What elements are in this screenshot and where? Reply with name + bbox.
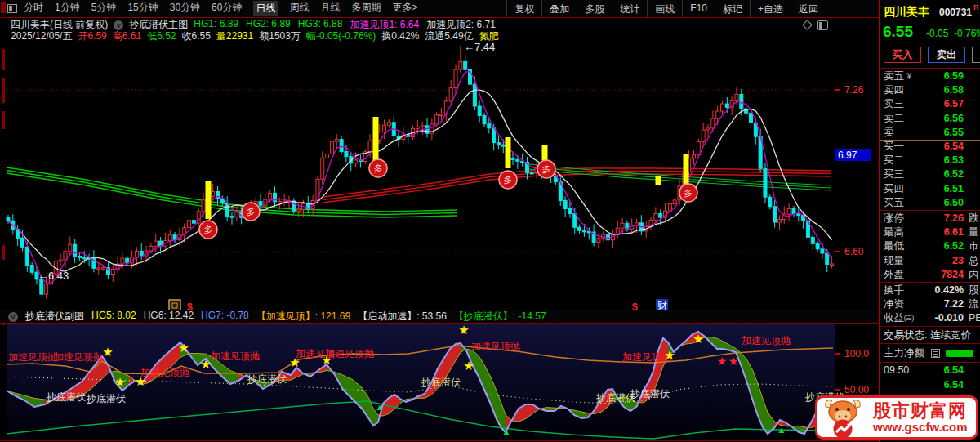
window-icon[interactable] <box>7 4 17 13</box>
svg-text:抄底潜伏: 抄底潜伏 <box>46 391 86 403</box>
toolbar-button-F10[interactable]: F10 <box>682 0 715 17</box>
star-marker: ★ <box>664 348 675 362</box>
level-row-卖三[interactable]: 卖三6.57 <box>880 97 980 111</box>
level-row-卖五[interactable]: 卖五 ¥6.59 <box>880 69 980 83</box>
period-toolbar: 分时1分钟5分钟15分钟30分钟60分钟日线周线月线多周期更多> 复权叠加多股统… <box>0 0 878 18</box>
triangle-marker: ▲ <box>376 402 385 412</box>
panel-separator <box>880 210 980 211</box>
svg-text:加速见顶抛: 加速见顶抛 <box>622 351 671 363</box>
star-marker: ★ <box>321 353 332 367</box>
stat-row-最高[interactable]: 最高6.61量 <box>880 225 980 239</box>
star-marker: ★ <box>135 374 145 388</box>
left-strip-mark[interactable] <box>2 78 5 103</box>
plot-right-border <box>835 18 835 441</box>
svg-text:6.60: 6.60 <box>844 246 864 257</box>
level-row-卖四[interactable]: 卖四6.58 <box>880 83 980 97</box>
ohlc-item: 2025/12/05/五 <box>11 29 72 43</box>
svg-text:加速见顶抛: 加速见顶抛 <box>742 335 791 346</box>
sub-indicator-value: 【加速见顶】: 121.69 <box>256 310 350 324</box>
toolbar-button-复权[interactable]: 复权 <box>506 0 541 17</box>
period-tab-日线[interactable]: 日线 <box>253 1 278 16</box>
ohlc-item: 换0.42% <box>381 29 419 43</box>
svg-text:100.0: 100.0 <box>844 348 869 359</box>
svg-text:多: 多 <box>247 207 256 217</box>
period-tabs: 分时1分钟5分钟15分钟30分钟60分钟日线周线月线多周期更多> <box>24 1 417 16</box>
toolbar-button-画线[interactable]: 画线 <box>647 0 682 17</box>
level-row-买四[interactable]: 买四6.51 <box>880 182 980 196</box>
toolbar-button-标记[interactable]: 标记 <box>715 0 750 17</box>
stat-row-最低[interactable]: 最低6.52市 <box>880 239 980 253</box>
sell-button[interactable]: 卖出 <box>928 47 965 63</box>
date-ohlc-line: 2025/12/05/五开6.59高6.61低6.52收6.55量22931额1… <box>11 31 499 42</box>
left-strip-mark[interactable] <box>1 2 6 13</box>
stat-row-收益㈢[interactable]: 收益㈢-0.010PE <box>880 311 980 325</box>
star-marker: ★ <box>200 357 211 371</box>
price-change-pct: -0.76% <box>954 28 980 39</box>
svg-text:加速见顶抛: 加速见顶抛 <box>325 348 374 359</box>
stat-row-涨停[interactable]: 涨停7.26跌 <box>880 212 980 225</box>
left-strip-mark[interactable] <box>2 245 5 260</box>
left-strip-mark[interactable] <box>2 111 5 129</box>
list-icon[interactable] <box>931 349 940 358</box>
trading-terminal: 分时1分钟5分钟15分钟30分钟60分钟日线周线月线多周期更多> 复权叠加多股统… <box>0 0 980 442</box>
level-row-买二[interactable]: 买二6.53 <box>880 154 980 167</box>
stock-code: 000731 <box>939 7 972 18</box>
panel-separator <box>880 362 980 363</box>
level-row-买五[interactable]: 买五6.50 <box>880 196 980 210</box>
toolbar-button-返回[interactable]: 返回 <box>791 0 826 17</box>
ohlc-item: 流通5.49亿 <box>425 29 473 43</box>
main-flow-label: 主力净额 <box>884 346 924 360</box>
stat-row-现量[interactable]: 现量23总 <box>880 254 980 268</box>
ohlc-item: 开6.59 <box>78 29 106 43</box>
svg-text:加速见顶抛: 加速见顶抛 <box>471 341 520 352</box>
ohlc-item: 高6.61 <box>113 29 141 43</box>
toolbar-button-多股[interactable]: 多股 <box>577 0 612 17</box>
period-tab-更多>[interactable]: 更多> <box>392 1 417 16</box>
diamond-icon[interactable] <box>802 20 813 30</box>
collapse-icon[interactable]: v <box>114 20 123 30</box>
period-tab-30分钟[interactable]: 30分钟 <box>170 1 200 16</box>
more-button-partial[interactable] <box>972 47 980 63</box>
level-row-卖二[interactable]: 卖二6.56 <box>880 112 980 126</box>
collapse-icon[interactable]: v <box>8 312 18 322</box>
watermark-url: www.gscfw.com <box>873 421 968 434</box>
stat-row-外盘[interactable]: 外盘7824内 <box>880 268 980 282</box>
star-marker: ★ <box>114 375 125 389</box>
period-tab-60分钟[interactable]: 60分钟 <box>212 1 242 16</box>
svg-text:加速见顶抛: 加速见顶抛 <box>140 367 189 378</box>
level-row-买一[interactable]: 买一6.54 <box>880 140 980 154</box>
sub-chart-header: v 抄底潜伏副图 HG5: 8.02HG6: 12.42HG7: -0.78【加… <box>0 310 878 324</box>
period-tab-分时[interactable]: 分时 <box>24 1 43 16</box>
moving-averages <box>8 71 832 283</box>
toolbar-button-叠加[interactable]: 叠加 <box>541 0 577 17</box>
stat-row-净资[interactable]: 净资7.22流 <box>880 297 980 311</box>
level-row-买三[interactable]: 买三6.52 <box>880 167 980 181</box>
period-tab-多周期[interactable]: 多周期 <box>351 1 381 16</box>
toolbar-button-+自选[interactable]: +自选 <box>750 0 791 17</box>
period-tab-15分钟[interactable]: 15分钟 <box>127 1 158 16</box>
sub-indicator-values: HG5: 8.02HG6: 12.42HG7: -0.78【加速见顶】: 121… <box>91 310 546 324</box>
svg-text:7.26: 7.26 <box>844 84 864 96</box>
svg-text:抄底潜伏: 抄底潜伏 <box>595 392 635 404</box>
left-strip-mark[interactable] <box>2 49 5 70</box>
level-row-卖一[interactable]: 卖一6.55 <box>880 126 980 140</box>
ohlc-item: 额1503万 <box>259 29 301 43</box>
time-row[interactable]: 09:506.54 <box>880 364 980 377</box>
stat-row-换手[interactable]: 换手0.42%股 <box>880 284 980 297</box>
oscillator-ribbon <box>7 332 833 434</box>
period-tab-5分钟[interactable]: 5分钟 <box>91 1 117 16</box>
panel-toggle-icon[interactable] <box>817 20 828 30</box>
period-tab-周线[interactable]: 周线 <box>289 1 309 16</box>
buy-button[interactable]: 买入 <box>884 47 921 63</box>
sub-indicator-value: 【启动加速】: 53.56 <box>358 310 447 324</box>
main-gridlines <box>7 90 835 252</box>
period-tab-月线[interactable]: 月线 <box>320 1 340 16</box>
ohlc-item: 幅-0.05(-0.76%) <box>306 29 376 43</box>
stock-name[interactable]: 四川美丰 <box>884 5 929 20</box>
toolbar-button-统计[interactable]: 统计 <box>612 0 647 17</box>
period-tab-1分钟[interactable]: 1分钟 <box>55 1 80 16</box>
time-row[interactable]: 6.54 <box>880 378 980 392</box>
panel-separator <box>880 343 980 344</box>
svg-text:6.97: 6.97 <box>838 150 858 161</box>
last-price: 6.55 <box>883 23 913 41</box>
